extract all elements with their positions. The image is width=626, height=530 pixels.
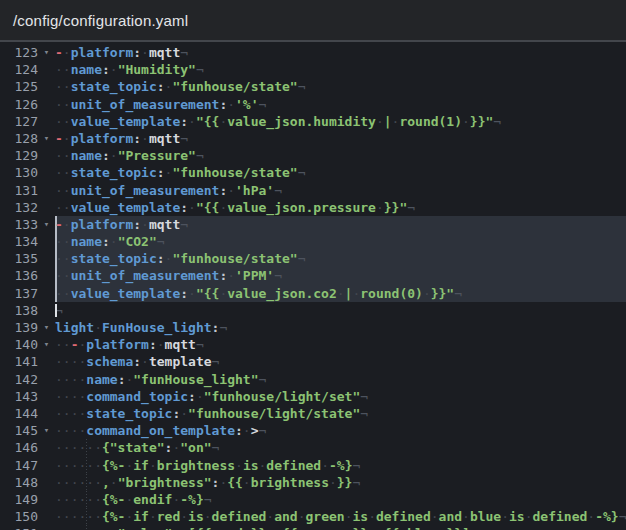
line-number[interactable]: 139 — [0, 319, 38, 336]
code-line-content[interactable]: ··value_template:·"{{·value_json.pressur… — [55, 199, 626, 216]
line-number[interactable]: 135 — [0, 250, 38, 267]
code-line-content[interactable]: -·platform:·mqtt¬ — [55, 216, 626, 233]
code-line-content[interactable]: ······,·"color":·[{{·red·}},·{{·green·}}… — [55, 525, 626, 530]
line-number[interactable]: 138 — [0, 302, 38, 319]
gutter-cell[interactable]: 150 — [0, 508, 55, 525]
code-line-content[interactable]: ··unit_of_measurement:·'%'¬ — [55, 96, 626, 113]
line-number[interactable]: 145 — [0, 422, 38, 439]
gutter-cell[interactable]: 133▾ — [0, 216, 55, 233]
code-line[interactable]: 131··unit_of_measurement:·'hPa'¬ — [0, 182, 626, 199]
code-line[interactable]: 132··value_template:·"{{·value_json.pres… — [0, 199, 626, 216]
code-line[interactable]: 125··state_topic:·"funhouse/state"¬ — [0, 78, 626, 95]
gutter-cell[interactable]: 138 — [0, 302, 55, 319]
code-line[interactable]: 123▾-·platform:·mqtt¬ — [0, 44, 626, 61]
code-line[interactable]: 146······{"state":·"on"¬ — [0, 439, 626, 456]
code-line-content[interactable]: -·platform:·mqtt¬ — [55, 130, 626, 147]
line-number[interactable]: 143 — [0, 388, 38, 405]
gutter-cell[interactable]: 148 — [0, 474, 55, 491]
fold-arrow-icon[interactable]: ▾ — [38, 216, 55, 233]
fold-arrow-icon[interactable]: ▾ — [38, 319, 55, 336]
line-number[interactable]: 129 — [0, 147, 38, 164]
gutter-cell[interactable]: 135 — [0, 250, 55, 267]
code-line-content[interactable]: ····command_on_template:·>¬ — [55, 422, 626, 439]
line-number[interactable]: 132 — [0, 199, 38, 216]
gutter-cell[interactable]: 134 — [0, 233, 55, 250]
gutter-cell[interactable]: 131 — [0, 182, 55, 199]
code-line[interactable]: 147······{%-·if·brightness·is·defined·-%… — [0, 457, 626, 474]
code-line-content[interactable]: ····command_topic:·"funhouse/light/set"¬ — [55, 388, 626, 405]
code-line[interactable]: 144····state_topic:·"funhouse/light/stat… — [0, 405, 626, 422]
line-number[interactable]: 146 — [0, 439, 38, 456]
code-line-content[interactable]: -·platform:·mqtt¬ — [55, 44, 626, 61]
code-line[interactable]: 135··state_topic:·"funhouse/state"¬ — [0, 250, 626, 267]
code-line[interactable]: 136··unit_of_measurement:·'PPM'¬ — [0, 267, 626, 284]
line-number[interactable]: 134 — [0, 233, 38, 250]
line-number[interactable]: 127 — [0, 113, 38, 130]
line-number[interactable]: 137 — [0, 285, 38, 302]
gutter-cell[interactable]: 147 — [0, 457, 55, 474]
line-number[interactable]: 128 — [0, 130, 38, 147]
code-line[interactable]: 137··value_template:·"{{·value_json.co2·… — [0, 285, 626, 302]
code-line-content[interactable]: ··name:·"CO2"¬ — [55, 233, 626, 250]
code-line[interactable]: 151······,·"color":·[{{·red·}},·{{·green… — [0, 525, 626, 530]
code-line[interactable]: 139▾light·FunHouse_light:¬ — [0, 319, 626, 336]
line-number[interactable]: 141 — [0, 353, 38, 370]
code-line-content[interactable]: ··state_topic:·"funhouse/state"¬ — [55, 164, 626, 181]
code-line[interactable]: 124··name:·"Humidity"¬ — [0, 61, 626, 78]
gutter-cell[interactable]: 128▾ — [0, 130, 55, 147]
code-editor[interactable]: 123▾-·platform:·mqtt¬124··name:·"Humidit… — [0, 42, 626, 530]
gutter-cell[interactable]: 140▾ — [0, 336, 55, 353]
code-line[interactable]: 127··value_template:·"{{·value_json.humi… — [0, 113, 626, 130]
code-line[interactable]: 142····name:·"funHouse_light"¬ — [0, 371, 626, 388]
code-line[interactable]: 140▾··-·platform:·mqtt¬ — [0, 336, 626, 353]
line-number[interactable]: 151 — [0, 525, 38, 530]
code-line-content[interactable]: ¬ — [55, 302, 626, 319]
code-line-content[interactable]: ··unit_of_measurement:·'PPM'¬ — [55, 267, 626, 284]
gutter-cell[interactable]: 125 — [0, 78, 55, 95]
gutter-cell[interactable]: 132 — [0, 199, 55, 216]
code-line[interactable]: 148······,·"brightness":·{{·brightness·}… — [0, 474, 626, 491]
code-line-content[interactable]: ··name:·"Pressure"¬ — [55, 147, 626, 164]
fold-arrow-icon[interactable]: ▾ — [38, 130, 55, 147]
code-line-content[interactable]: ··value_template:·"{{·value_json.humidit… — [55, 113, 626, 130]
gutter-cell[interactable]: 126 — [0, 96, 55, 113]
line-number[interactable]: 124 — [0, 61, 38, 78]
gutter-cell[interactable]: 129 — [0, 147, 55, 164]
line-number[interactable]: 131 — [0, 182, 38, 199]
code-line-content[interactable]: ··value_template:·"{{·value_json.co2·|·r… — [55, 285, 626, 302]
code-line-content[interactable]: ······{%-·if·red·is·defined·and·green·is… — [55, 508, 626, 525]
code-line-content[interactable]: ··unit_of_measurement:·'hPa'¬ — [55, 182, 626, 199]
gutter-cell[interactable]: 149 — [0, 491, 55, 508]
code-line-content[interactable]: ··-·platform:·mqtt¬ — [55, 336, 626, 353]
line-number[interactable]: 125 — [0, 78, 38, 95]
code-line-content[interactable]: ······{"state":·"on"¬ — [55, 439, 626, 456]
gutter-cell[interactable]: 123▾ — [0, 44, 55, 61]
fold-arrow-icon[interactable]: ▾ — [38, 336, 55, 353]
code-line[interactable]: 126··unit_of_measurement:·'%'¬ — [0, 96, 626, 113]
gutter-cell[interactable]: 139▾ — [0, 319, 55, 336]
line-number[interactable]: 133 — [0, 216, 38, 233]
code-line-content[interactable]: ····schema:·template¬ — [55, 353, 626, 370]
line-number[interactable]: 149 — [0, 491, 38, 508]
line-number[interactable]: 144 — [0, 405, 38, 422]
code-line[interactable]: 143····command_topic:·"funhouse/light/se… — [0, 388, 626, 405]
line-number[interactable]: 142 — [0, 371, 38, 388]
line-number[interactable]: 140 — [0, 336, 38, 353]
line-number[interactable]: 123 — [0, 44, 38, 61]
code-line-content[interactable]: light·FunHouse_light:¬ — [55, 319, 626, 336]
gutter-cell[interactable]: 124 — [0, 61, 55, 78]
code-line[interactable]: 141····schema:·template¬ — [0, 353, 626, 370]
code-line[interactable]: 129··name:·"Pressure"¬ — [0, 147, 626, 164]
gutter-cell[interactable]: 142 — [0, 371, 55, 388]
line-number[interactable]: 130 — [0, 164, 38, 181]
gutter-cell[interactable]: 144 — [0, 405, 55, 422]
gutter-cell[interactable]: 146 — [0, 439, 55, 456]
gutter-cell[interactable]: 127 — [0, 113, 55, 130]
line-number[interactable]: 136 — [0, 267, 38, 284]
line-number[interactable]: 126 — [0, 96, 38, 113]
gutter-cell[interactable]: 137 — [0, 285, 55, 302]
code-line[interactable]: 134··name:·"CO2"¬ — [0, 233, 626, 250]
code-line-content[interactable]: ······{%-·endif·-%}¬ — [55, 491, 626, 508]
code-line-content[interactable]: ··state_topic:·"funhouse/state"¬ — [55, 78, 626, 95]
code-line-content[interactable]: ······{%-·if·brightness·is·defined·-%}¬ — [55, 457, 626, 474]
